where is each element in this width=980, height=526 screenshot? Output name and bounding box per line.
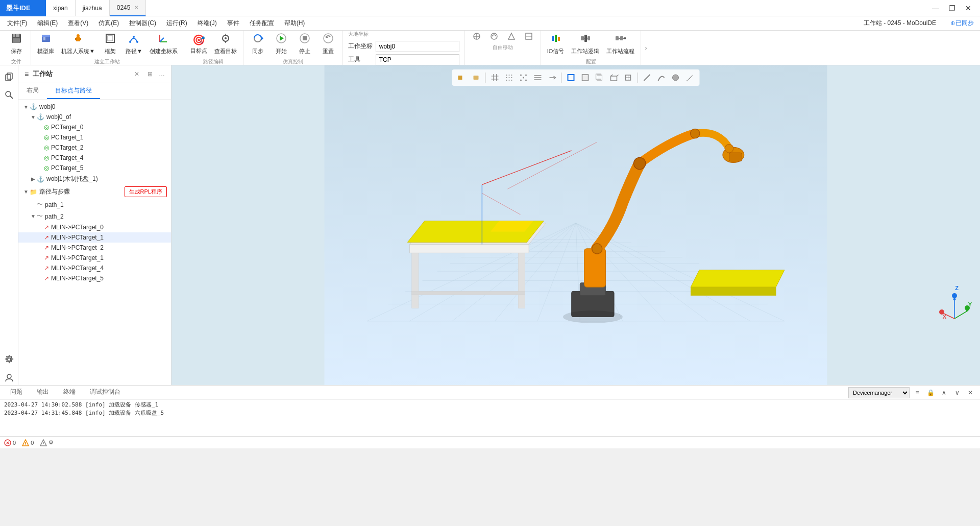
frame-button[interactable]: 框架 <box>99 31 121 57</box>
vp-dot-btn[interactable] <box>517 71 530 84</box>
copy-icon-btn[interactable] <box>2 69 16 84</box>
tree-item-paths[interactable]: ▼ 📁 路径与步骤 生成RPL程序 <box>18 185 171 199</box>
io-signal-button[interactable]: IO信号 <box>544 31 568 57</box>
menu-help[interactable]: 帮助(H) <box>279 17 310 30</box>
svg-point-134 <box>691 129 700 138</box>
tree-item-wobj1[interactable]: ▶ ⚓ wobj1(木制托盘_1) <box>18 173 171 185</box>
station-flow-button[interactable]: 工作站流程 <box>603 31 638 57</box>
bottom-list-icon[interactable]: ≡ <box>912 387 923 398</box>
bottom-up-icon[interactable]: ∧ <box>938 387 949 398</box>
stop-button[interactable]: 停止 <box>293 31 316 57</box>
maximize-button[interactable]: ❐ <box>944 1 960 16</box>
tab-targets-paths[interactable]: 目标点与路径 <box>47 83 100 99</box>
reset-button[interactable]: 重置 <box>317 31 339 57</box>
target-point-button[interactable]: 🎯 目标点 <box>187 32 210 57</box>
tree-item-mlin5[interactable]: ↗ MLIN->PCTarget_5 <box>18 273 171 283</box>
station-logic-button[interactable]: 工作站逻辑 <box>568 31 602 57</box>
svg-rect-40 <box>581 36 584 40</box>
toolbar-group-station: 模型库 机器人系统▼ 框架 <box>31 31 184 65</box>
generate-rpl-button[interactable]: 生成RPL程序 <box>125 186 167 197</box>
tab-problems[interactable]: 问题 <box>4 386 29 399</box>
tab-output[interactable]: 输出 <box>31 386 55 399</box>
free-move-btn-2[interactable] <box>486 31 502 42</box>
menu-terminal[interactable]: 终端(J) <box>192 17 222 30</box>
tab-debug[interactable]: 调试控制台 <box>84 386 127 399</box>
vp-box4-btn[interactable] <box>607 71 621 84</box>
tree-item-mlin2[interactable]: ↗ MLIN->PCTarget_2 <box>18 243 171 253</box>
vp-pen-btn[interactable] <box>683 71 697 84</box>
vp-shape2-btn[interactable] <box>470 71 483 84</box>
tree-item-mlin0[interactable]: ↗ MLIN->PCTarget_0 <box>18 222 171 232</box>
tab-xipan[interactable]: xipan <box>46 0 76 16</box>
workobj-input[interactable] <box>376 41 459 52</box>
vp-box1-btn[interactable] <box>565 71 578 84</box>
vp-line-btn[interactable] <box>641 71 654 84</box>
menu-simulate[interactable]: 仿真(E) <box>93 17 124 30</box>
minimize-button[interactable]: — <box>928 1 943 16</box>
viewport-3d[interactable]: Z Y X <box>172 65 980 385</box>
menu-controller[interactable]: 控制器(C) <box>124 17 161 30</box>
tab-layout[interactable]: 布局 <box>18 83 47 99</box>
bottom-lock-icon[interactable]: 🔒 <box>925 387 936 398</box>
tree-item-pctarget4[interactable]: ◎ PCTarget_4 <box>18 153 171 163</box>
tool-input[interactable] <box>376 54 459 65</box>
vp-box2-btn[interactable] <box>579 71 592 84</box>
tree-item-mlin1[interactable]: ↗ MLIN->PCTarget_1 <box>18 232 171 243</box>
toolbar-expand-button[interactable]: › <box>641 31 650 65</box>
tab-terminal[interactable]: 终端 <box>57 386 82 399</box>
vp-box5-btn[interactable] <box>622 71 635 84</box>
vp-lines-btn[interactable] <box>531 71 545 84</box>
free-move-btn-4[interactable] <box>521 31 536 42</box>
user-icon-btn[interactable] <box>2 371 16 385</box>
tree-item-pctarget2[interactable]: ◎ PCTarget_2 <box>18 142 171 153</box>
tab-close-icon[interactable]: ✕ <box>134 5 138 10</box>
tree-item-pctarget0[interactable]: ◎ PCTarget_0 <box>18 122 171 132</box>
view-target-button[interactable]: 查看目标 <box>211 31 240 57</box>
panel-close-icon[interactable]: ✕ <box>134 70 139 78</box>
tree-item-path1[interactable]: 〜 path_1 <box>18 199 171 210</box>
tree-item-mlin4[interactable]: ↗ MLIN->PCTarget_4 <box>18 263 171 273</box>
tree-item-mlin3[interactable]: ↗ MLIN->PCTarget_1 <box>18 253 171 263</box>
svg-point-74 <box>525 80 527 81</box>
create-coord-button[interactable]: 创建坐标系 <box>146 31 181 57</box>
menu-event[interactable]: 事件 <box>222 17 244 30</box>
vp-grid2-btn[interactable] <box>503 71 516 84</box>
sync-button[interactable]: 同步 <box>247 31 269 57</box>
vp-arrows-btn[interactable] <box>546 71 559 84</box>
save-button[interactable]: 保存 <box>5 31 28 57</box>
path-button[interactable]: 路径▼ <box>122 31 145 57</box>
bottom-close-icon[interactable]: ✕ <box>965 387 976 398</box>
search-icon-btn[interactable] <box>2 88 16 102</box>
menu-file[interactable]: 文件(F) <box>2 17 32 30</box>
tree-item-wobj0[interactable]: ▼ ⚓ wobj0 <box>18 102 171 112</box>
robot-system-button[interactable]: 机器人系统▼ <box>58 31 98 57</box>
gear-icon-btn[interactable] <box>2 352 16 367</box>
menu-run[interactable]: 运行(R) <box>161 17 192 30</box>
svg-point-68 <box>506 80 507 81</box>
tree-item-path2[interactable]: ▼ 〜 path_2 <box>18 210 171 222</box>
tree-item-pctarget1[interactable]: ◎ PCTarget_1 <box>18 132 171 142</box>
start-button[interactable]: 开始 <box>270 31 292 57</box>
panel-expand-icon[interactable]: ⊞ <box>148 70 153 78</box>
free-move-btn-1[interactable] <box>469 31 484 42</box>
panel-more-icon[interactable]: … <box>159 70 165 78</box>
tab-0245[interactable]: 0245 ✕ <box>110 0 146 16</box>
close-button[interactable]: ✕ <box>961 1 976 16</box>
model-library-button[interactable]: 模型库 <box>34 31 57 57</box>
vp-circle-btn[interactable] <box>669 71 682 84</box>
tab-jiazhua[interactable]: jiazhua <box>76 0 110 16</box>
vp-grid1-btn[interactable] <box>488 71 502 84</box>
menu-edit[interactable]: 编辑(E) <box>32 17 63 30</box>
vp-curve-btn[interactable] <box>655 71 668 84</box>
menu-view[interactable]: 查看(V) <box>63 17 93 30</box>
tree-item-pctarget5[interactable]: ◎ PCTarget_5 <box>18 163 171 173</box>
vp-shape1-btn[interactable] <box>455 71 469 84</box>
tree-item-wobj0of[interactable]: ▼ ⚓ wobj0_of <box>18 112 171 122</box>
vp-box3-btn[interactable] <box>593 71 606 84</box>
sync-button[interactable]: ⊕已同步 <box>946 19 978 28</box>
menu-task[interactable]: 任务配置 <box>244 17 279 30</box>
svg-point-133 <box>634 157 646 169</box>
device-select[interactable]: Devicemanager <box>848 387 910 398</box>
free-move-btn-3[interactable] <box>504 31 519 42</box>
bottom-down-icon[interactable]: ∨ <box>951 387 963 398</box>
